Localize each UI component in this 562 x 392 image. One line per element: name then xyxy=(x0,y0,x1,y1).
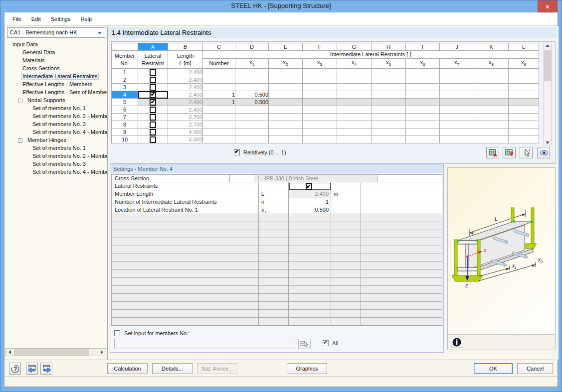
x-cell[interactable] xyxy=(406,91,440,99)
x-cell[interactable] xyxy=(474,91,509,99)
number-cell[interactable] xyxy=(203,114,235,121)
scroll-left-button[interactable] xyxy=(6,349,13,356)
x-cell[interactable] xyxy=(372,136,406,143)
x-cell[interactable] xyxy=(372,114,406,121)
x-cell[interactable] xyxy=(509,99,539,106)
row-header-6[interactable]: 6 xyxy=(112,106,138,114)
collapse-icon[interactable]: - xyxy=(18,99,22,103)
x-cell[interactable] xyxy=(372,84,406,91)
x-cell[interactable] xyxy=(303,121,337,129)
x-cell[interactable] xyxy=(474,121,509,129)
x-cell[interactable] xyxy=(406,76,440,84)
x-cell[interactable] xyxy=(474,99,509,106)
lateral-restraint-cell[interactable] xyxy=(138,76,168,84)
x-cell[interactable] xyxy=(509,121,539,129)
select-members-button[interactable] xyxy=(520,147,533,158)
scroll-down-button[interactable] xyxy=(546,141,550,144)
x-cell[interactable] xyxy=(303,84,337,91)
x-cell[interactable] xyxy=(474,129,509,136)
import-excel-button[interactable] xyxy=(503,147,516,158)
x-cell[interactable] xyxy=(303,99,337,106)
lateral-restraint-cell[interactable] xyxy=(138,99,168,106)
x-cell[interactable] xyxy=(269,69,303,76)
row-header-7[interactable]: 7 xyxy=(112,114,138,121)
x-cell[interactable] xyxy=(509,91,539,99)
number-cell[interactable] xyxy=(203,136,235,143)
x1-cell[interactable] xyxy=(235,76,269,84)
x-cell[interactable] xyxy=(406,136,440,143)
table-vertical-scrollbar[interactable] xyxy=(544,43,552,145)
tree-horizontal-scrollbar[interactable] xyxy=(5,348,106,356)
column-header-J[interactable]: J xyxy=(440,43,474,51)
x-cell[interactable] xyxy=(303,106,337,114)
x-cell[interactable] xyxy=(474,136,509,143)
graphics-button[interactable]: Graphics xyxy=(287,363,327,374)
x1-cell[interactable] xyxy=(235,114,269,121)
x-cell[interactable] xyxy=(474,76,509,84)
ok-button[interactable]: OK xyxy=(474,363,513,374)
column-header-D[interactable]: D xyxy=(235,43,269,51)
x1-cell[interactable] xyxy=(235,129,269,136)
number-cell[interactable] xyxy=(203,84,235,91)
x-cell[interactable] xyxy=(337,69,372,76)
x-cell[interactable] xyxy=(474,84,509,91)
x-cell[interactable] xyxy=(269,84,303,91)
number-cell[interactable] xyxy=(203,69,235,76)
number-cell[interactable] xyxy=(203,76,235,84)
column-header-G[interactable]: G xyxy=(337,43,372,51)
title-bar[interactable]: STEEL HK - [Supporting Structure] ✕ xyxy=(0,0,562,12)
set-input-checkbox[interactable] xyxy=(114,330,120,336)
export-excel-button[interactable] xyxy=(486,147,499,158)
help-button[interactable]: ? xyxy=(9,363,21,375)
x-cell[interactable] xyxy=(269,91,303,99)
x-cell[interactable] xyxy=(269,76,303,84)
x-cell[interactable] xyxy=(337,121,372,129)
x-cell[interactable] xyxy=(372,99,406,106)
x-cell[interactable] xyxy=(303,114,337,121)
x-cell[interactable] xyxy=(440,99,474,106)
x1-cell[interactable] xyxy=(235,84,269,91)
column-header-E[interactable]: E xyxy=(269,43,303,51)
menu-help[interactable]: Help xyxy=(75,12,97,25)
x1-cell[interactable] xyxy=(235,136,269,143)
x-cell[interactable] xyxy=(509,114,539,121)
x-cell[interactable] xyxy=(509,106,539,114)
all-checkbox[interactable] xyxy=(323,340,329,346)
x-cell[interactable] xyxy=(337,114,372,121)
x-cell[interactable] xyxy=(509,76,539,84)
x-cell[interactable] xyxy=(474,69,509,76)
tree-item[interactable]: Materials xyxy=(4,56,107,64)
tree-item[interactable]: Effective Lengths - Members xyxy=(4,80,107,88)
tree-item[interactable]: Set of members No. 3 xyxy=(4,120,107,128)
tree-item[interactable]: -Nodal Supports xyxy=(4,96,107,104)
previous-window-button[interactable] xyxy=(26,363,38,375)
tree-item[interactable]: Set of members No. 4 - Member S xyxy=(4,168,107,176)
lateral-restraint-cell[interactable] xyxy=(138,106,168,114)
relatively-checkbox[interactable] xyxy=(234,149,240,155)
x-cell[interactable] xyxy=(406,99,440,106)
tree-item[interactable]: Set of members No. 3 xyxy=(4,160,107,168)
next-window-button[interactable] xyxy=(40,363,52,375)
x1-cell[interactable]: 0.500 xyxy=(235,99,269,106)
cancel-button[interactable]: Cancel xyxy=(517,363,553,374)
row-header-10[interactable]: 10 xyxy=(112,136,138,143)
x-cell[interactable] xyxy=(440,106,474,114)
row-header-8[interactable]: 8 xyxy=(112,121,138,129)
x-cell[interactable] xyxy=(509,69,539,76)
setting-value[interactable]: 0.500 xyxy=(289,206,331,214)
x-cell[interactable] xyxy=(337,136,372,143)
setting-value[interactable] xyxy=(289,182,331,190)
x1-cell[interactable] xyxy=(235,69,269,76)
tree-item[interactable]: General Data xyxy=(4,48,107,56)
x-cell[interactable] xyxy=(372,129,406,136)
calculation-button[interactable]: Calculation xyxy=(107,363,148,374)
menu-edit[interactable]: Edit xyxy=(26,12,46,25)
tree-item[interactable]: Cross-Sections xyxy=(4,64,107,72)
x-cell[interactable] xyxy=(303,136,337,143)
x-cell[interactable] xyxy=(509,84,539,91)
x-cell[interactable] xyxy=(406,114,440,121)
number-cell[interactable]: 1 xyxy=(203,99,235,106)
menu-file[interactable]: File xyxy=(7,12,26,25)
x-cell[interactable] xyxy=(269,106,303,114)
row-header-1[interactable]: 1 xyxy=(112,69,138,76)
